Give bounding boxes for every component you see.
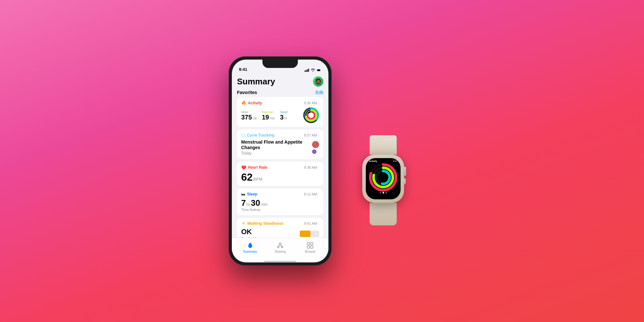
heart-rate-body: 62 BPM xyxy=(241,172,319,182)
sleep-hr-unit: hr xyxy=(246,202,250,207)
summary-tab-label: Summary xyxy=(243,250,257,253)
watch-time: 9:41 xyxy=(393,160,397,162)
summary-tab-icon xyxy=(246,242,254,249)
svg-rect-5 xyxy=(317,69,320,71)
tab-summary[interactable]: Summary xyxy=(235,242,265,253)
heart-title-row: ❤️ Heart Rate xyxy=(241,165,267,170)
avatar[interactable]: 🧔🏾 xyxy=(313,76,323,87)
activity-time: 9:36 AM › xyxy=(304,101,319,105)
exercise-label: Exercise xyxy=(262,110,275,114)
sharing-tab-label: Sharing xyxy=(275,250,286,253)
svg-point-14 xyxy=(277,246,279,248)
walking-body: OK Sep 8–14 xyxy=(241,228,319,238)
tab-sharing[interactable]: Sharing xyxy=(265,242,295,253)
watch-band-bottom xyxy=(370,203,397,225)
activity-rings xyxy=(303,107,319,123)
watch-button xyxy=(403,178,406,184)
battery-icon xyxy=(317,69,321,72)
activity-body: Move 375 cal Exercise 19 min xyxy=(241,107,319,123)
svg-point-15 xyxy=(281,246,283,248)
cycle-icon xyxy=(241,133,245,137)
browse-tab-label: Browse xyxy=(305,250,316,253)
sleep-card[interactable]: 🛏 Sleep 8:12 AM › 7 hr 30 min xyxy=(237,188,323,215)
cycle-title: Cycle Tracking xyxy=(247,133,274,137)
watch-app-title: Activity xyxy=(369,160,377,162)
chevron-icon: › xyxy=(318,133,319,137)
move-value: 375 xyxy=(241,114,252,120)
sleep-min-value: 30 xyxy=(251,199,260,207)
chevron-icon: › xyxy=(318,166,319,169)
watch-screen: Activity 9:41 → → xyxy=(366,158,401,199)
watch-rings: → → ↑ xyxy=(366,163,401,192)
svg-line-16 xyxy=(278,245,280,246)
sleep-header: 🛏 Sleep 8:12 AM › xyxy=(241,192,319,197)
svg-rect-18 xyxy=(307,242,310,245)
sleep-body: 7 hr 30 min Time Asleep xyxy=(241,199,319,212)
stand-value: 3 xyxy=(280,114,284,120)
watch-dot-3 xyxy=(385,192,387,194)
walking-steadiness-card[interactable]: ⚡ Walking Steadiness 9:41 AM › OK Sep 8–… xyxy=(237,218,323,238)
watch-status-bar: Activity 9:41 xyxy=(366,158,401,163)
svg-text:→: → xyxy=(382,168,384,171)
tab-bar: Summary Sharing xyxy=(232,238,328,261)
move-unit: cal xyxy=(252,117,257,120)
walking-bar xyxy=(300,231,319,237)
heart-rate-value: 62 xyxy=(241,172,253,182)
sleep-title: Sleep xyxy=(247,192,257,196)
svg-rect-19 xyxy=(311,242,313,245)
watch-band-top xyxy=(370,135,397,155)
sleep-title-row: 🛏 Sleep xyxy=(241,192,257,197)
chevron-icon: › xyxy=(318,101,319,105)
sleep-sub: Time Asleep xyxy=(241,208,268,212)
cycle-dots xyxy=(312,141,319,154)
iphone-screen: 9:41 xyxy=(232,60,328,262)
svg-rect-3 xyxy=(308,69,309,72)
walking-title-row: ⚡ Walking Steadiness xyxy=(241,221,283,226)
svg-line-17 xyxy=(280,245,282,246)
heart-rate-header: ❤️ Heart Rate 9:36 AM › xyxy=(241,165,319,170)
activity-card[interactable]: 🔥 Activity 9:36 AM › Move 375 xyxy=(237,97,323,127)
walking-icon: ⚡ xyxy=(241,221,246,225)
favorites-label: Favorites xyxy=(237,90,257,95)
tab-browse[interactable]: Browse xyxy=(295,242,325,253)
phone-content: Summary 🧔🏾 Favorites Edit 🔥 Activity 9:3… xyxy=(232,74,328,238)
heart-rate-value-row: 62 BPM xyxy=(241,172,262,182)
walking-time: 9:41 AM › xyxy=(304,222,319,225)
activity-card-header: 🔥 Activity 9:36 AM › xyxy=(241,100,319,105)
page-title: Summary xyxy=(237,77,275,87)
sleep-value-block: 7 hr 30 min Time Asleep xyxy=(241,199,268,212)
watch-body: Activity 9:41 → → xyxy=(362,155,404,203)
chevron-icon: › xyxy=(318,222,319,225)
cycle-dot-red xyxy=(312,141,319,148)
walking-title: Walking Steadiness xyxy=(247,221,283,226)
cycle-tracking-card[interactable]: Cycle Tracking 8:57 AM › Menstrual Flow … xyxy=(237,129,323,159)
wifi-icon xyxy=(311,69,315,72)
watch-dot-1 xyxy=(380,192,381,194)
home-indicator xyxy=(232,261,328,262)
walking-bar-fill xyxy=(300,231,310,237)
walking-value-block: OK Sep 8–14 xyxy=(241,228,256,238)
stand-label: Stand xyxy=(280,110,288,114)
notch xyxy=(262,60,298,68)
exercise-value: 19 xyxy=(262,114,269,120)
svg-rect-2 xyxy=(307,70,308,72)
home-indicator-bar xyxy=(264,261,296,262)
activity-title: Activity xyxy=(248,101,262,105)
sleep-min-unit: min xyxy=(261,202,268,207)
svg-point-13 xyxy=(279,243,281,245)
heart-rate-unit: BPM xyxy=(253,177,262,182)
exercise-stat: Exercise 19 min xyxy=(262,110,275,120)
status-time: 9:41 xyxy=(239,67,247,72)
status-icons xyxy=(305,69,321,72)
edit-button[interactable]: Edit xyxy=(316,90,323,95)
cycle-main-text: Menstrual Flow and Appetite Changes xyxy=(241,139,312,150)
cycle-body: Menstrual Flow and Appetite Changes Toda… xyxy=(241,139,319,156)
heart-rate-card[interactable]: ❤️ Heart Rate 9:36 AM › 62 BPM xyxy=(237,162,323,186)
cycle-sub-text: Today xyxy=(241,151,312,156)
walking-bar-dot xyxy=(315,232,317,235)
svg-text:→: → xyxy=(382,165,384,168)
watch-dot-2 xyxy=(383,192,384,194)
watch-dots xyxy=(366,192,401,195)
watch-crown xyxy=(403,167,406,176)
exercise-unit: min xyxy=(270,117,275,120)
